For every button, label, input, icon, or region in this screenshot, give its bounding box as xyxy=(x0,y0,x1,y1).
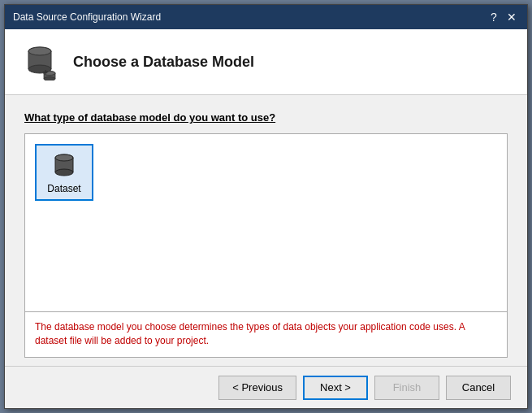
main-section: What type of database model do you want … xyxy=(5,95,527,366)
close-button[interactable]: ✕ xyxy=(504,10,519,24)
title-text: Data Source Configuration Wizard xyxy=(13,11,161,23)
dialog-content: Choose a Database Model What type of dat… xyxy=(5,29,527,408)
description-box: The database model you choose determines… xyxy=(24,312,508,358)
next-button[interactable]: Next > xyxy=(303,376,368,400)
title-bar-controls: ? ✕ xyxy=(487,10,519,24)
title-bar: Data Source Configuration Wizard ? ✕ xyxy=(5,5,527,29)
title-bar-left: Data Source Configuration Wizard xyxy=(13,11,161,23)
question-label: What type of database model do you want … xyxy=(24,111,508,124)
header-section: Choose a Database Model xyxy=(5,29,527,95)
header-title: Choose a Database Model xyxy=(73,54,254,71)
description-text: The database model you choose determines… xyxy=(35,320,497,348)
previous-button[interactable]: < Previous xyxy=(218,376,296,400)
dialog-window: Data Source Configuration Wizard ? ✕ xyxy=(4,4,528,409)
dataset-model-item[interactable]: Dataset xyxy=(35,144,93,201)
svg-point-5 xyxy=(28,47,51,55)
dataset-icon xyxy=(50,150,79,180)
finish-button[interactable]: Finish xyxy=(374,376,439,400)
database-icon xyxy=(21,42,60,81)
dataset-label: Dataset xyxy=(47,183,80,194)
svg-point-16 xyxy=(55,169,73,176)
help-button[interactable]: ? xyxy=(487,10,501,24)
model-selection-box: Dataset xyxy=(24,133,508,312)
svg-point-8 xyxy=(44,77,55,81)
cancel-button[interactable]: Cancel xyxy=(446,376,511,400)
svg-point-19 xyxy=(55,154,73,161)
footer: < Previous Next > Finish Cancel xyxy=(5,366,527,408)
